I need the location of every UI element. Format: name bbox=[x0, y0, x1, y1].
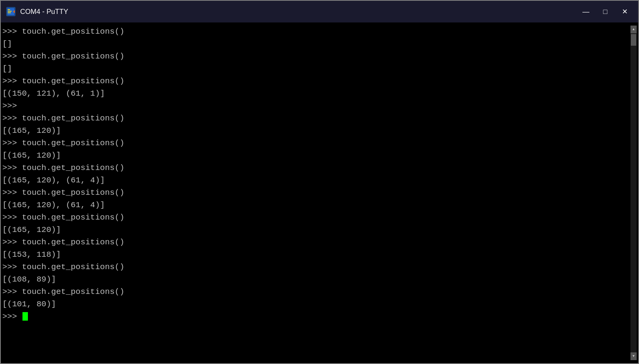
command-text: touch.get_positions() bbox=[22, 163, 124, 172]
prompt: >>> bbox=[2, 163, 22, 172]
output-text: [(153, 118)] bbox=[2, 250, 61, 259]
terminal-line: >>> touch.get_positions() bbox=[2, 137, 630, 149]
scroll-thumb[interactable] bbox=[631, 34, 636, 46]
terminal-line: >>> touch.get_positions() bbox=[2, 211, 630, 224]
terminal-line: [(150, 121), (61, 1)] bbox=[2, 88, 630, 100]
terminal-line: >>> bbox=[2, 311, 630, 323]
terminal-line: >>> touch.get_positions() bbox=[2, 75, 630, 88]
terminal-line: [(101, 80)] bbox=[2, 298, 630, 311]
output-text: [(108, 89)] bbox=[2, 275, 56, 284]
output-text: [(150, 121), (61, 1)] bbox=[2, 89, 105, 98]
terminal-line: [(165, 120), (61, 4)] bbox=[2, 174, 630, 187]
prompt: >>> bbox=[2, 114, 22, 123]
title-bar: COM4 - PuTTY — □ ✕ bbox=[1, 1, 638, 22]
output-text: [(165, 120)] bbox=[2, 225, 61, 234]
command-text: touch.get_positions() bbox=[22, 27, 124, 36]
prompt: >>> bbox=[2, 139, 22, 148]
terminal-line: >>> touch.get_positions() bbox=[2, 26, 630, 38]
svg-rect-2 bbox=[8, 9, 10, 10]
cursor bbox=[22, 312, 28, 321]
output-text: [] bbox=[2, 39, 12, 48]
command-text: touch.get_positions() bbox=[22, 263, 124, 271]
minimize-button[interactable]: — bbox=[577, 5, 595, 19]
terminal-line: [(165, 120)] bbox=[2, 125, 630, 137]
terminal-line: [(165, 120), (61, 4)] bbox=[2, 199, 630, 211]
svg-rect-3 bbox=[8, 11, 12, 12]
output-text: [] bbox=[2, 64, 12, 73]
terminal-line: >>> bbox=[2, 100, 630, 112]
output-text: [(165, 120), (61, 4)] bbox=[2, 176, 105, 185]
maximize-button[interactable]: □ bbox=[596, 5, 614, 19]
terminal-line: >>> touch.get_positions() bbox=[2, 162, 630, 174]
command-text: touch.get_positions() bbox=[22, 188, 124, 197]
terminal-line: [(165, 120)] bbox=[2, 149, 630, 162]
terminal-line: >>> touch.get_positions() bbox=[2, 112, 630, 125]
scrollbar[interactable]: ▲ ▼ bbox=[630, 26, 637, 360]
prompt: >>> bbox=[2, 263, 22, 271]
putty-app-icon bbox=[5, 6, 16, 17]
scroll-track[interactable] bbox=[630, 33, 637, 352]
close-button[interactable]: ✕ bbox=[616, 5, 634, 19]
output-text: [(165, 120)] bbox=[2, 151, 61, 160]
command-text: touch.get_positions() bbox=[22, 213, 124, 222]
terminal-line: [] bbox=[2, 63, 630, 75]
terminal-line: >>> touch.get_positions() bbox=[2, 286, 630, 298]
command-text: touch.get_positions() bbox=[22, 287, 124, 296]
prompt: >>> bbox=[2, 77, 22, 86]
svg-rect-4 bbox=[8, 12, 11, 13]
prompt: >>> bbox=[2, 213, 22, 222]
putty-window: COM4 - PuTTY — □ ✕ >>> touch.get_positio… bbox=[0, 0, 639, 364]
terminal-line: >>> touch.get_positions() bbox=[2, 50, 630, 63]
scroll-up-button[interactable]: ▲ bbox=[630, 26, 637, 33]
terminal-line: [(153, 118)] bbox=[2, 249, 630, 261]
prompt: >>> bbox=[2, 52, 22, 61]
prompt: >>> bbox=[2, 188, 22, 197]
terminal-line: [] bbox=[2, 38, 630, 50]
terminal-body[interactable]: >>> touch.get_positions()[]>>> touch.get… bbox=[1, 22, 638, 363]
command-text: touch.get_positions() bbox=[22, 238, 124, 247]
prompt: >>> bbox=[2, 101, 22, 110]
output-text: [(101, 80)] bbox=[2, 300, 56, 309]
prompt: >>> bbox=[2, 287, 22, 296]
terminal-line: >>> touch.get_positions() bbox=[2, 236, 630, 249]
terminal-line: [(165, 120)] bbox=[2, 224, 630, 236]
window-title: COM4 - PuTTY bbox=[20, 8, 68, 16]
command-text: touch.get_positions() bbox=[22, 139, 124, 148]
scroll-down-button[interactable]: ▼ bbox=[630, 352, 637, 360]
output-text: [(165, 120)] bbox=[2, 126, 61, 135]
command-text: touch.get_positions() bbox=[22, 77, 124, 86]
title-controls: — □ ✕ bbox=[577, 5, 634, 19]
terminal-line: [(108, 89)] bbox=[2, 273, 630, 286]
title-bar-left: COM4 - PuTTY bbox=[5, 6, 68, 17]
terminal-content[interactable]: >>> touch.get_positions()[]>>> touch.get… bbox=[2, 26, 630, 360]
prompt: >>> bbox=[2, 312, 22, 321]
terminal-line: >>> touch.get_positions() bbox=[2, 261, 630, 273]
command-text: touch.get_positions() bbox=[22, 114, 124, 123]
output-text: [(165, 120), (61, 4)] bbox=[2, 201, 105, 209]
terminal-line: >>> touch.get_positions() bbox=[2, 187, 630, 199]
prompt: >>> bbox=[2, 238, 22, 247]
command-text: touch.get_positions() bbox=[22, 52, 124, 61]
prompt: >>> bbox=[2, 27, 22, 36]
